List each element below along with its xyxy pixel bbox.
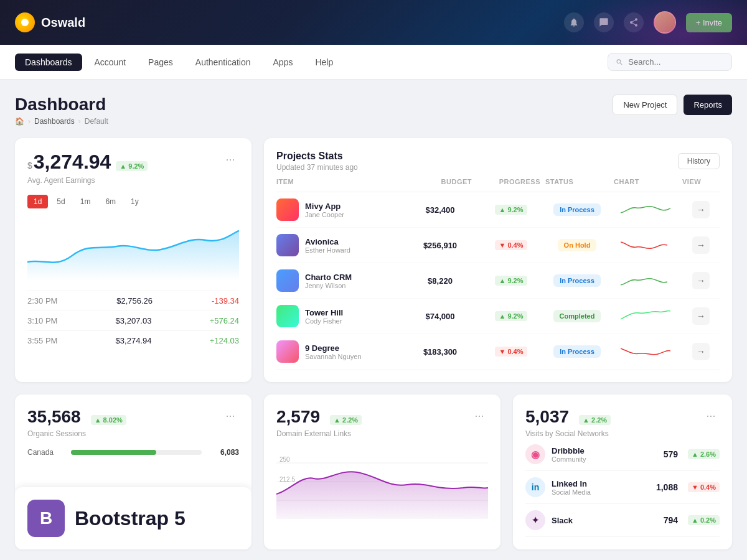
filter-1d[interactable]: 1d <box>27 195 48 208</box>
col-view: VIEW <box>682 178 720 185</box>
earnings-more-button[interactable]: ··· <box>222 151 239 168</box>
organic-label: Organic Sessions <box>27 429 126 438</box>
organic-card: 35,568 ▲ 8.02% Organic Sessions ··· Cana… <box>15 394 251 549</box>
project-row-mivy: Mivy App Jane Cooper $32,400 ▲ 9.2% In P… <box>276 192 720 228</box>
search-input[interactable] <box>628 57 724 67</box>
bootstrap-text: Bootstrap 5 <box>75 507 186 530</box>
social-card: 5,037 ▲ 2.2% Visits by Social Networks ·… <box>513 394 732 549</box>
page-header: Dashboard 🏠 › Dashboards › Default New P… <box>15 95 732 126</box>
avatar[interactable] <box>654 11 676 34</box>
projects-card: Projects Stats Updated 37 minutes ago Hi… <box>264 138 732 382</box>
page-title: Dashboard <box>15 95 108 114</box>
project-row-tower: Tower Hill Cody Fisher $74,000 ▲ 9.2% Co… <box>276 299 720 334</box>
domain-chart: 250 212.5 <box>276 444 488 494</box>
breadcrumb-default: Default <box>85 117 108 126</box>
nav-item-account[interactable]: Account <box>85 54 136 71</box>
svg-text:250: 250 <box>280 456 290 463</box>
earnings-change-badge: ▲ 9.2% <box>116 161 148 171</box>
domain-more-button[interactable]: ··· <box>471 407 488 424</box>
share-icon[interactable] <box>624 12 644 32</box>
bar-label: Canada <box>27 448 65 457</box>
earnings-chart-svg <box>27 218 239 281</box>
nav-item-help[interactable]: Help <box>305 54 343 71</box>
tower-view-btn[interactable]: → <box>692 307 710 325</box>
value-2: $3,207.03 <box>116 316 152 325</box>
data-row-3: 3:55 PM $3,274.94 +124.03 <box>27 330 239 350</box>
earnings-header: $ 3,274.94 ▲ 9.2% Avg. Agent Earnings ··… <box>27 151 239 185</box>
svg-text:212.5: 212.5 <box>280 476 295 483</box>
project-row-9degree: 9 Degree Savannah Nguyen $183,300 ▼ 0.4%… <box>276 334 720 370</box>
currency-symbol: $ <box>27 161 32 170</box>
time-filters: 1d 5d 1m 6m 1y <box>27 195 239 208</box>
earnings-chart <box>27 218 239 281</box>
earnings-amount-area: $ 3,274.94 ▲ 9.2% Avg. Agent Earnings <box>27 151 148 185</box>
search-box <box>608 53 732 71</box>
page-content: Dashboard 🏠 › Dashboards › Default New P… <box>0 80 747 560</box>
charto-view-btn[interactable]: → <box>692 272 710 289</box>
nav-item-dashboards[interactable]: Dashboards <box>15 54 82 71</box>
invite-button[interactable]: + Invite <box>686 13 732 32</box>
domain-header: 2,579 ▲ 2.2% Domain External Links ··· <box>276 407 488 438</box>
breadcrumb: 🏠 › Dashboards › Default <box>15 117 108 126</box>
history-button[interactable]: History <box>678 153 720 169</box>
bottom-row: 35,568 ▲ 8.02% Organic Sessions ··· Cana… <box>15 394 732 549</box>
title-area: Dashboard 🏠 › Dashboards › Default <box>15 95 108 126</box>
filter-6m[interactable]: 6m <box>99 195 122 208</box>
organic-more-button[interactable]: ··· <box>222 407 239 424</box>
organic-number: 35,568 <box>27 407 81 427</box>
bootstrap-overlay: B Bootstrap 5 <box>15 487 251 549</box>
topbar: Oswald + Invite <box>0 0 747 45</box>
change-1: -139.34 <box>212 296 239 306</box>
mivy-chart <box>614 200 677 219</box>
tower-thumb <box>276 305 299 327</box>
nav-item-pages[interactable]: Pages <box>138 54 183 71</box>
earnings-label: Avg. Agent Earnings <box>27 176 148 185</box>
messages-icon[interactable] <box>594 12 614 32</box>
top-row: $ 3,274.94 ▲ 9.2% Avg. Agent Earnings ··… <box>15 138 732 382</box>
9degree-thumb <box>276 340 299 363</box>
breadcrumb-dashboards[interactable]: Dashboards <box>34 117 75 126</box>
mivy-thumb <box>276 198 299 221</box>
topbar-right: + Invite <box>564 11 732 34</box>
9degree-chart <box>614 342 677 361</box>
social-label: Visits by Social Networks <box>525 429 611 438</box>
new-project-button[interactable]: New Project <box>613 95 677 115</box>
organic-header: 35,568 ▲ 8.02% Organic Sessions ··· <box>27 407 239 438</box>
value-1: $2,756.26 <box>116 296 153 306</box>
social-row-dribbble: ◉ Dribbble Community 579 ▲ 2.6% <box>525 438 720 471</box>
earnings-data-rows: 2:30 PM $2,756.26 -139.34 3:10 PM $3,207… <box>27 291 239 350</box>
logo-area: Oswald <box>15 12 85 32</box>
organic-change: ▲ 8.02% <box>91 415 126 425</box>
reports-button[interactable]: Reports <box>684 95 732 115</box>
breadcrumb-home-icon: 🏠 <box>15 117 24 126</box>
notification-icon[interactable] <box>564 12 584 32</box>
filter-5d[interactable]: 5d <box>50 195 71 208</box>
organic-bar-row: Canada 6,083 <box>27 448 239 457</box>
time-3: 3:55 PM <box>27 336 57 345</box>
earnings-card: $ 3,274.94 ▲ 9.2% Avg. Agent Earnings ··… <box>15 138 251 382</box>
filter-1y[interactable]: 1y <box>125 195 145 208</box>
col-progress: PROGRESS <box>477 178 540 185</box>
data-row-2: 3:10 PM $3,207.03 +576.24 <box>27 310 239 330</box>
data-row-1: 2:30 PM $2,756.26 -139.34 <box>27 291 239 310</box>
social-more-button[interactable]: ··· <box>702 407 720 424</box>
domain-card: 2,579 ▲ 2.2% Domain External Links ··· <box>264 394 500 549</box>
nav-item-authentication[interactable]: Authentication <box>186 54 261 71</box>
app-title: Oswald <box>41 16 85 30</box>
avionica-thumb <box>276 234 299 256</box>
slack-icon: ✦ <box>525 510 545 530</box>
social-row-slack: ✦ Slack 794 ▲ 0.2% <box>525 504 720 537</box>
9degree-view-btn[interactable]: → <box>692 343 710 360</box>
avionica-view-btn[interactable]: → <box>692 236 710 254</box>
social-change: ▲ 2.2% <box>579 415 611 425</box>
filter-1m[interactable]: 1m <box>74 195 97 208</box>
header-buttons: New Project Reports <box>613 95 732 115</box>
projects-subtitle: Updated 37 minutes ago <box>276 163 358 172</box>
mivy-view-btn[interactable]: → <box>692 201 710 218</box>
nav-item-apps[interactable]: Apps <box>263 54 303 71</box>
navbar: Dashboards Account Pages Authentication … <box>0 45 747 80</box>
col-chart: CHART <box>614 178 677 185</box>
avionica-chart <box>614 236 677 254</box>
tower-chart <box>614 307 677 325</box>
project-row-avionica: Avionica Esther Howard $256,910 ▼ 0.4% O… <box>276 228 720 263</box>
